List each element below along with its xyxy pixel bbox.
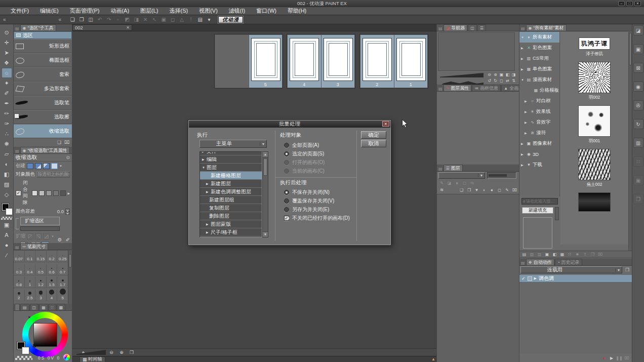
subtool-tab[interactable]: ◉“选区”子工具 <box>20 24 56 31</box>
mat-delete-icon[interactable]: ⌧ <box>597 252 603 258</box>
panel-grip-icon[interactable]: ▤ <box>438 26 443 31</box>
mixing-tab[interactable]: ▦ <box>39 304 48 310</box>
menu-item[interactable]: 编辑(E) <box>34 7 64 15</box>
layer-opacity-icon[interactable]: % <box>469 180 475 186</box>
mat-folder3-icon[interactable]: ▥ <box>536 252 543 258</box>
brush-size-cell[interactable]: 0.15 <box>35 251 47 262</box>
stop-action-icon[interactable]: ❚❚ <box>616 355 622 361</box>
delete-layer-icon[interactable]: ⌧ <box>511 187 518 193</box>
page-thumbnail[interactable]: 3 <box>321 35 355 88</box>
action-set-icon[interactable]: ❐ <box>624 267 631 273</box>
layer-palette-menu-icon[interactable]: ≋ <box>438 187 445 193</box>
mat-export-icon[interactable]: ⇑ <box>582 252 588 258</box>
zoom-slider[interactable] <box>76 350 106 355</box>
selection-tool[interactable]: ◌ <box>2 68 12 78</box>
scale-icon[interactable]: ↖ <box>150 16 158 24</box>
material-tree-item[interactable]: ▦ 分格模板 <box>519 85 559 96</box>
settings-gear-icon[interactable]: ⚙ <box>57 236 63 243</box>
canvas-tab[interactable]: 002 ✕ <box>72 24 132 31</box>
page-thumbnail[interactable]: 4 <box>288 35 321 88</box>
mat-tree-all[interactable]: ▼ ● 所有素材 <box>519 32 559 43</box>
page-thumbnail[interactable]: 5 <box>249 35 283 88</box>
transform-icon[interactable]: ✕ <box>141 16 149 24</box>
approx-color-tab[interactable]: ∷ <box>49 304 56 310</box>
wand-tool[interactable]: ✦ <box>2 78 12 88</box>
subtool-rect-select[interactable]: 矩形选框 <box>14 39 72 53</box>
material-tree-item[interactable]: ▶ ✕ 彩色图案 <box>519 43 559 53</box>
panel-pattern-icon[interactable]: ∷ <box>633 156 643 167</box>
radio-option[interactable]: 打开的画布(O) <box>284 158 325 167</box>
layer-mask-icon[interactable]: ◪ <box>446 180 453 186</box>
select-layer-icon[interactable]: ◩ <box>123 16 131 24</box>
layer-clip-icon[interactable]: ◻ <box>461 180 468 186</box>
subtool-lasso[interactable]: 套索 <box>14 67 72 82</box>
brush-size-cell[interactable]: 1.7 <box>57 276 68 288</box>
material-tree-item[interactable]: ▶ ▥ CS常用 <box>519 53 559 64</box>
command-tree-item[interactable]: 转换图层 <box>200 236 262 237</box>
brush-size-cell[interactable]: 1.5 <box>47 276 58 288</box>
menu-item[interactable]: 滤镜(I) <box>223 7 251 15</box>
brush-size-tab[interactable]: ✑笔刷尺寸 <box>20 243 49 250</box>
cancel-button[interactable]: 取消 <box>361 140 386 147</box>
ok-button[interactable]: 确定 <box>361 131 386 139</box>
subtool-shrink-select[interactable]: 收缩选取 <box>14 124 72 138</box>
delete-action-icon[interactable]: ⌧ <box>624 355 630 361</box>
panel-3d-icon[interactable]: ▥ <box>633 138 643 148</box>
panel-grip-icon[interactable]: ▤ <box>520 261 526 265</box>
opacity-box[interactable] <box>487 172 516 179</box>
radio-option[interactable]: 另存为并关闭(E) <box>284 205 350 214</box>
brush-size-cell[interactable]: 0.5 <box>35 264 47 275</box>
history-tab[interactable]: ◔历史记录 <box>555 259 582 265</box>
pen-tool[interactable]: ✒ <box>2 98 12 108</box>
new-folder-icon[interactable]: ❐ <box>466 187 472 193</box>
command-tree-item[interactable]: 新建栅格图层 <box>200 172 262 180</box>
command-tree-item[interactable]: ▶ 图层蒙版 <box>200 220 262 228</box>
panel-grip-icon[interactable]: ▤ <box>15 149 20 153</box>
page-thumbnail[interactable]: 1 <box>394 35 428 88</box>
material-tree-item[interactable]: ▶ ▼ 下载 <box>519 159 559 170</box>
transfer-down-icon[interactable]: ▼ <box>473 187 480 193</box>
background-color-swatch[interactable] <box>6 208 13 215</box>
brush-size-cell[interactable]: 2.5 <box>25 290 36 301</box>
transparent-swatch[interactable] <box>1 217 12 220</box>
page-thumbnail[interactable] <box>215 35 249 88</box>
zoom-tool[interactable]: ⊙ <box>2 27 12 37</box>
material-item[interactable]: 焦土002 <box>578 149 611 187</box>
brush-size-cell[interactable]: 1 <box>25 276 36 288</box>
tool-property-tab[interactable]: ◉“收缩选取”工具属性 <box>20 147 70 153</box>
save-icon[interactable]: ◫ <box>87 16 95 24</box>
command-tree-item[interactable]: 新建图层组 <box>200 196 262 204</box>
material-tree-item[interactable]: ▶ ✳ 效果线 <box>519 106 559 117</box>
close-gap-checkbox[interactable]: ✓ <box>16 190 21 196</box>
brush-size-cell[interactable]: 0.6 <box>47 264 58 275</box>
mat-small-grid-icon[interactable]: ∷ <box>567 252 573 258</box>
menu-item[interactable]: 帮助(H) <box>282 7 312 15</box>
nav-zoom-in-icon[interactable]: ⊕ <box>493 72 498 77</box>
mat-folder-icon[interactable]: ▤ <box>521 252 528 258</box>
panel-grip-icon[interactable]: ▤ <box>438 87 443 91</box>
fill-tool[interactable]: ◧ <box>2 169 12 179</box>
fit-screen-icon[interactable]: ❐ <box>129 349 135 355</box>
blend-mode-dropdown[interactable]: ▼ <box>438 172 485 179</box>
mat-list-view-icon[interactable]: ◧ <box>551 252 558 258</box>
brush-size-cell[interactable]: 0.7 <box>57 264 68 275</box>
panel-history-icon[interactable]: ❐ <box>633 194 643 204</box>
new-layer-icon[interactable]: ❏ <box>458 187 465 193</box>
menu-item[interactable]: 文件(F) <box>5 7 34 15</box>
nav-rotate-left-icon[interactable]: ↺ <box>487 78 492 84</box>
layer-pen-icon[interactable]: ✎ <box>438 180 445 186</box>
color-picker-sphere-icon[interactable] <box>63 354 70 360</box>
material-tab[interactable]: ◉“所有素材”素材 <box>526 24 567 31</box>
gap-level-5[interactable] <box>60 190 66 196</box>
dropdown-arrow-icon[interactable]: ▾ <box>205 16 213 24</box>
material-tree-item[interactable]: ▶ ◉ 3D <box>519 149 559 159</box>
gap-level-2[interactable] <box>39 190 45 196</box>
layer-tab[interactable]: ☰图层 <box>444 165 463 171</box>
timeline-tab[interactable]: ▦ 时间轴 <box>79 356 105 362</box>
mode-add-button[interactable] <box>35 163 42 169</box>
hue-marker[interactable]: ✕ <box>28 315 31 319</box>
command-tree-item[interactable]: ▼ 图层 <box>200 164 262 172</box>
menu-item[interactable]: 视图(V) <box>193 7 223 15</box>
nav-flip-v-icon[interactable]: ◨ <box>511 72 516 77</box>
brush-size-cell[interactable]: 0.1 <box>25 251 36 262</box>
